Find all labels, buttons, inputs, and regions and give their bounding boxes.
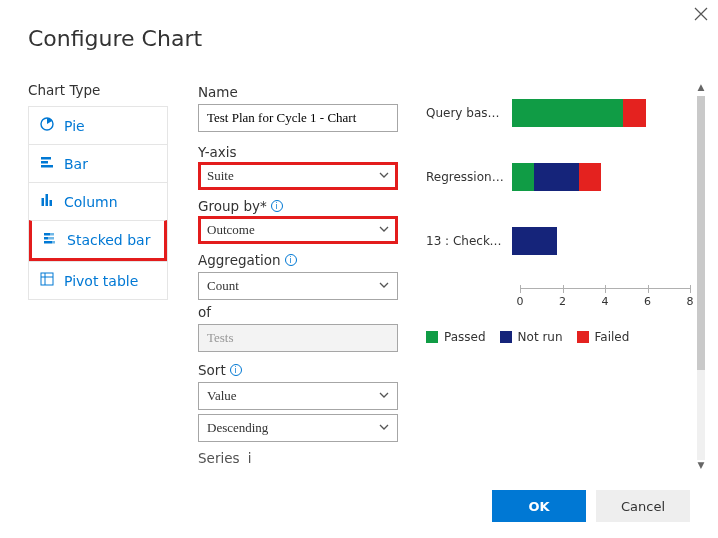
svg-rect-8: [50, 233, 54, 236]
sort-direction-select[interactable]: Descending: [198, 414, 398, 442]
close-icon[interactable]: [694, 6, 708, 25]
sort-field-select[interactable]: Value: [198, 382, 398, 410]
dialog-title: Configure Chart: [0, 0, 718, 51]
svg-rect-10: [48, 237, 54, 240]
chart-preview: Query based...Regression ...13 : Checko.…: [426, 82, 690, 474]
bar-track: [512, 99, 690, 127]
stacked-bar-icon: [42, 230, 58, 249]
chart-type-label: Column: [64, 194, 118, 210]
chevron-down-icon: [379, 168, 389, 184]
svg-rect-2: [41, 161, 48, 164]
svg-rect-7: [44, 233, 50, 236]
chart-type-label: Pivot table: [64, 273, 138, 289]
pivot-table-icon: [39, 271, 55, 290]
chevron-down-icon: [379, 222, 389, 238]
of-label: of: [198, 304, 408, 320]
cancel-button[interactable]: Cancel: [596, 490, 690, 522]
chart-type-label: Pie: [64, 118, 85, 134]
chart-config-form: Name Y-axis Suite Group by* i Outcome Ag…: [198, 82, 408, 474]
scroll-up-icon[interactable]: ▲: [694, 82, 708, 96]
info-icon[interactable]: i: [248, 450, 252, 466]
legend-label: Passed: [444, 330, 486, 344]
x-tick-label: 8: [687, 295, 694, 308]
yaxis-label: Y-axis: [198, 144, 408, 160]
chart-type-pivot-table[interactable]: Pivot table: [29, 261, 167, 299]
vertical-scrollbar[interactable]: ▲ ▼: [694, 82, 708, 474]
legend-swatch: [577, 331, 589, 343]
yaxis-value: Suite: [207, 168, 234, 184]
chart-bar-row: 13 : Checko...: [426, 224, 690, 258]
chart-type-pie[interactable]: Pie: [29, 107, 167, 144]
bar-segment-not-run: [512, 227, 557, 255]
aggregation-value: Count: [207, 278, 239, 294]
bar-category-label: Regression ...: [426, 170, 512, 184]
x-tick-label: 4: [602, 295, 609, 308]
svg-rect-13: [41, 273, 53, 285]
info-icon[interactable]: i: [285, 254, 297, 266]
bar-segment-passed: [512, 163, 534, 191]
chart-type-panel: Chart Type Pie Bar Column Stacked bar: [28, 82, 168, 474]
svg-rect-1: [41, 157, 51, 160]
svg-rect-5: [46, 194, 49, 206]
bar-category-label: 13 : Checko...: [426, 234, 512, 248]
chart-type-label: Bar: [64, 156, 88, 172]
x-tick-label: 6: [644, 295, 651, 308]
bar-track: [512, 163, 690, 191]
chart-bar-row: Query based...: [426, 96, 690, 130]
legend-swatch: [426, 331, 438, 343]
name-label: Name: [198, 84, 408, 100]
dialog-footer: OK Cancel: [492, 490, 690, 522]
svg-rect-3: [41, 165, 53, 168]
chart-type-label: Stacked bar: [67, 232, 150, 248]
chart-type-bar[interactable]: Bar: [29, 144, 167, 182]
chevron-down-icon: [379, 278, 389, 294]
aggregation-label: Aggregation i: [198, 252, 408, 268]
bar-segment-failed: [623, 99, 645, 127]
x-tick-label: 2: [559, 295, 566, 308]
bar-segment-passed: [512, 99, 623, 127]
sort-label: Sort i: [198, 362, 408, 378]
x-axis: 02468: [520, 288, 690, 308]
configure-chart-dialog: Configure Chart Chart Type Pie Bar Colum…: [0, 0, 718, 538]
groupby-select[interactable]: Outcome: [198, 216, 398, 244]
chart-type-column[interactable]: Column: [29, 182, 167, 220]
legend-label: Failed: [595, 330, 630, 344]
pie-icon: [39, 116, 55, 135]
chart-bar-row: Regression ...: [426, 160, 690, 194]
legend-item: Passed: [426, 330, 486, 344]
sort-field-value: Value: [207, 388, 237, 404]
chevron-down-icon: [379, 420, 389, 436]
info-icon[interactable]: i: [230, 364, 242, 376]
chart-legend: PassedNot runFailed: [426, 330, 690, 344]
name-input[interactable]: [198, 104, 398, 132]
chart-type-stacked-bar[interactable]: Stacked bar: [29, 220, 167, 261]
chart-type-heading: Chart Type: [28, 82, 168, 98]
bar-segment-failed: [579, 163, 601, 191]
bar-icon: [39, 154, 55, 173]
svg-rect-12: [52, 241, 55, 244]
scroll-down-icon[interactable]: ▼: [694, 460, 708, 474]
bar-category-label: Query based...: [426, 106, 512, 120]
info-icon[interactable]: i: [271, 200, 283, 212]
legend-swatch: [500, 331, 512, 343]
legend-label: Not run: [518, 330, 563, 344]
sort-direction-value: Descending: [207, 420, 268, 436]
yaxis-select[interactable]: Suite: [198, 162, 398, 190]
legend-item: Failed: [577, 330, 630, 344]
x-tick-label: 0: [517, 295, 524, 308]
groupby-value: Outcome: [207, 222, 255, 238]
of-select: Tests: [198, 324, 398, 352]
ok-button[interactable]: OK: [492, 490, 586, 522]
scroll-thumb[interactable]: [697, 96, 705, 370]
groupby-label: Group by* i: [198, 198, 408, 214]
svg-rect-4: [42, 198, 45, 206]
bar-segment-not-run: [534, 163, 579, 191]
svg-rect-9: [44, 237, 48, 240]
bar-track: [512, 227, 690, 255]
chevron-down-icon: [379, 388, 389, 404]
column-icon: [39, 192, 55, 211]
aggregation-select[interactable]: Count: [198, 272, 398, 300]
series-label: Series i: [198, 450, 408, 466]
of-value: Tests: [207, 330, 234, 346]
legend-item: Not run: [500, 330, 563, 344]
